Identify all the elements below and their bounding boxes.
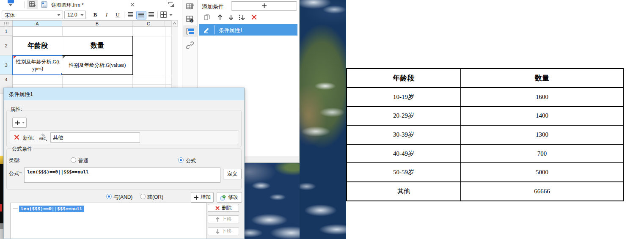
formula-condition-list[interactable]: len($$$)==0||$$$==null bbox=[10, 203, 206, 239]
or-radio[interactable] bbox=[140, 194, 146, 199]
new-value-input[interactable] bbox=[50, 132, 140, 143]
type-formula-radio[interactable] bbox=[178, 157, 184, 163]
template-view-button[interactable] bbox=[27, 0, 38, 9]
delete-button[interactable]: 删除 bbox=[208, 204, 239, 212]
add-formula-button[interactable]: 增加 bbox=[191, 192, 214, 203]
divider bbox=[215, 25, 215, 34]
count-cell: 1400 bbox=[461, 107, 623, 126]
vertical-scrollbar[interactable] bbox=[171, 27, 178, 88]
condition-item-row-selected[interactable]: 条件属性1 bbox=[199, 24, 297, 36]
cell-b2[interactable]: 数量 bbox=[62, 36, 133, 55]
align-center-button[interactable] bbox=[136, 11, 146, 19]
app-menu-icon[interactable] bbox=[8, 0, 14, 3]
and-radio[interactable] bbox=[106, 194, 112, 199]
underline-button[interactable]: U bbox=[113, 11, 123, 19]
condition-attributes-tab-active[interactable] bbox=[183, 25, 197, 37]
copy-icon[interactable] bbox=[204, 14, 210, 21]
tab-bar: 饼图圆环.frm * bbox=[0, 0, 182, 10]
move-down-button[interactable]: 下移 bbox=[208, 227, 239, 235]
report-preview-page: 年龄段 数量 10-19岁160020-29岁140030-39岁130040-… bbox=[346, 0, 644, 239]
divider bbox=[157, 11, 158, 18]
column-header-b[interactable]: B bbox=[62, 20, 132, 27]
divider bbox=[24, 1, 25, 8]
move-down-button-label: 下移 bbox=[222, 228, 232, 235]
move-up-button[interactable]: 上移 bbox=[208, 215, 239, 223]
align-right-button[interactable] bbox=[147, 11, 156, 19]
cell-a2[interactable]: 年龄段 bbox=[13, 36, 63, 55]
background-window-sliver-red bbox=[0, 204, 2, 212]
font-name-select[interactable]: 宋体 bbox=[2, 11, 63, 19]
dialog-title: 条件属性1 bbox=[9, 91, 33, 98]
type-normal-label[interactable]: 普通 bbox=[78, 157, 88, 165]
sort-icon[interactable] bbox=[238, 14, 246, 21]
and-label[interactable]: 与(AND) bbox=[113, 194, 132, 201]
or-label[interactable]: 或(OR) bbox=[147, 194, 163, 201]
font-size-value: 12.0 bbox=[67, 12, 77, 18]
move-down-icon[interactable] bbox=[228, 14, 234, 21]
bold-button[interactable]: B bbox=[90, 11, 100, 19]
cell-attributes-icon[interactable]: i bbox=[186, 15, 194, 23]
table-row: 其他66666 bbox=[347, 182, 623, 201]
delete-condition-icon[interactable] bbox=[251, 14, 257, 20]
tree-branch-line bbox=[13, 209, 18, 209]
type-normal-radio[interactable] bbox=[71, 157, 76, 163]
column-header-a[interactable]: A bbox=[13, 20, 62, 27]
panel-title: 添加条件 bbox=[202, 3, 224, 11]
sheet-corner-box[interactable] bbox=[0, 20, 13, 27]
edit-pencil-icon[interactable] bbox=[203, 26, 211, 34]
cell-b3[interactable]: 性别及年龄分析.G(values) bbox=[62, 55, 133, 75]
font-size-select[interactable]: 12.0 bbox=[64, 11, 86, 19]
table-row: 20-29岁1400 bbox=[347, 107, 623, 126]
age-range-cell: 10-19岁 bbox=[347, 88, 461, 107]
count-cell: 66666 bbox=[461, 182, 623, 201]
font-name-caret-icon bbox=[57, 14, 61, 16]
type-label: 类型: bbox=[9, 157, 20, 164]
age-range-cell: 40-49岁 bbox=[347, 144, 461, 163]
add-attribute-caret-icon bbox=[22, 122, 25, 124]
result-table-body: 10-19岁160020-29岁140030-39岁130040-49岁7005… bbox=[347, 88, 623, 201]
borders-caret-icon[interactable] bbox=[169, 14, 173, 16]
move-up-icon[interactable] bbox=[217, 14, 223, 21]
add-condition-button[interactable] bbox=[231, 1, 297, 11]
remove-attribute-icon[interactable] bbox=[14, 134, 20, 140]
formula-input[interactable]: len($$$)==0||$$$==null bbox=[24, 168, 220, 183]
italic-button[interactable]: I bbox=[102, 11, 112, 19]
define-button[interactable]: 定义 bbox=[223, 169, 242, 179]
cell-element-icon[interactable] bbox=[186, 3, 194, 10]
tab-title[interactable]: 饼图圆环.frm * bbox=[51, 2, 84, 9]
hyperlink-icon[interactable] bbox=[186, 41, 194, 49]
svg-text:i: i bbox=[191, 19, 192, 23]
font-name-value: 宋体 bbox=[5, 12, 15, 19]
float-window-icon[interactable] bbox=[168, 1, 176, 8]
result-table: 年龄段 数量 10-19岁160020-29岁140030-39岁130040-… bbox=[346, 68, 624, 201]
tab-close-icon[interactable] bbox=[129, 2, 135, 8]
new-value-row: 新值: ABC bbox=[10, 130, 239, 144]
dialog-header[interactable]: 条件属性1 bbox=[4, 88, 244, 100]
cell-a3-selected[interactable]: 性别及年龄分析.G(types) bbox=[13, 55, 63, 75]
report-file-icon bbox=[41, 1, 48, 8]
borders-button[interactable] bbox=[160, 11, 168, 18]
rename-abc-icon[interactable]: ABC bbox=[38, 132, 48, 143]
column-header-c[interactable]: C bbox=[132, 20, 165, 27]
row-header-4[interactable]: 4 bbox=[0, 75, 13, 84]
table-row: 10-19岁1600 bbox=[347, 88, 623, 107]
type-formula-label[interactable]: 公式 bbox=[186, 157, 196, 165]
format-toolbar: 宋体 12.0 B I U bbox=[0, 10, 182, 20]
table-row: 50-59岁5000 bbox=[347, 163, 623, 182]
modify-formula-button[interactable]: 修改 bbox=[217, 192, 242, 203]
align-left-button[interactable] bbox=[126, 11, 135, 19]
add-attribute-button[interactable] bbox=[12, 118, 27, 128]
row-header-2[interactable]: 2 bbox=[0, 36, 13, 55]
background-window-sliver-yellow bbox=[0, 156, 3, 164]
row-header-3[interactable]: 3 bbox=[0, 55, 13, 75]
delete-button-label: 删除 bbox=[222, 204, 232, 212]
condition-list-item-selected[interactable]: len($$$)==0||$$$==null bbox=[19, 206, 84, 212]
app-menu-caret-icon[interactable] bbox=[9, 4, 12, 6]
condition-dialog: 条件属性1 属性: 新值: ABC 公式条件 类型: 普通 公式 公式= len… bbox=[3, 88, 245, 239]
age-range-header: 年龄段 bbox=[347, 69, 461, 88]
background-window-sliver-gray bbox=[0, 223, 3, 229]
age-range-cell: 其他 bbox=[347, 182, 461, 201]
column-header-partial[interactable] bbox=[165, 20, 171, 27]
row-header-1[interactable]: 1 bbox=[0, 27, 13, 36]
scroll-up-button[interactable] bbox=[171, 20, 178, 27]
